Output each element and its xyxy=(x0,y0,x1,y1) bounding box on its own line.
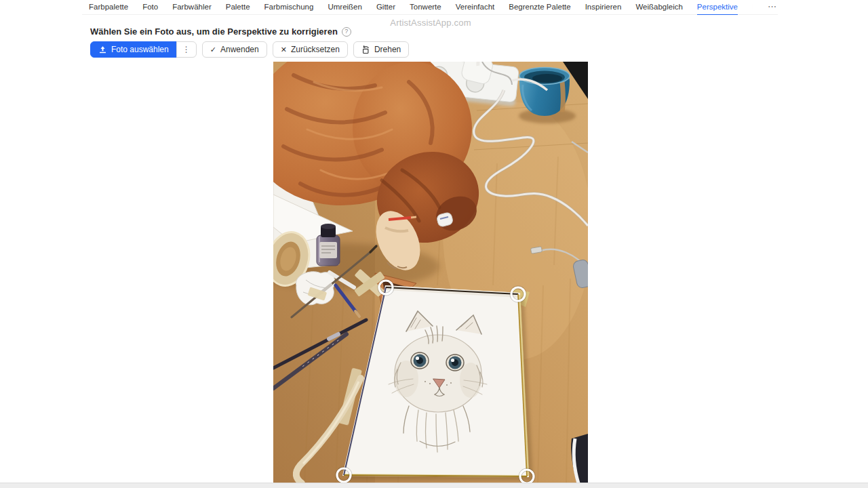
tab-gitter[interactable]: Gitter xyxy=(376,0,395,15)
tab-vereinfacht[interactable]: Vereinfacht xyxy=(456,0,495,15)
rotate-button[interactable]: Drehen xyxy=(353,41,409,58)
select-photo-label: Foto auswählen xyxy=(111,45,169,54)
tab-farbmischung[interactable]: Farbmischung xyxy=(264,0,314,15)
select-photo-split-button: Foto auswählen ⋮ xyxy=(90,41,197,58)
instruction-row: Wählen Sie ein Foto aus, um die Perspekt… xyxy=(90,26,351,37)
tab-begrenzte-palette[interactable]: Begrenzte Palette xyxy=(509,0,570,15)
apply-label: Anwenden xyxy=(220,45,259,54)
instruction-text: Wählen Sie ein Foto aus, um die Perspekt… xyxy=(90,26,338,37)
tab-farbpalette[interactable]: Farbpalette xyxy=(89,0,128,15)
horizontal-scrollbar[interactable] xyxy=(0,483,868,488)
upload-icon xyxy=(98,45,107,54)
toolbar: Foto auswählen ⋮ ✓ Anwenden ✕ Zurücksetz… xyxy=(90,41,409,58)
rotate-label: Drehen xyxy=(374,45,401,54)
close-icon: ✕ xyxy=(281,46,287,54)
photo-canvas[interactable] xyxy=(273,62,588,483)
tabs-more-button[interactable]: ⋯ xyxy=(768,0,776,14)
sketch-left-eye xyxy=(411,352,429,369)
tab-palette[interactable]: Palette xyxy=(226,0,250,15)
tab-list: FarbpaletteFotoFarbwählerPaletteFarbmisc… xyxy=(89,0,755,15)
tab-inspirieren[interactable]: Inspirieren xyxy=(585,0,622,15)
tab-foto[interactable]: Foto xyxy=(142,0,158,15)
check-icon: ✓ xyxy=(210,46,216,54)
select-photo-menu-button[interactable]: ⋮ xyxy=(176,41,197,58)
tab-bar: FarbpaletteFotoFarbwählerPaletteFarbmisc… xyxy=(82,0,778,15)
help-icon[interactable]: ? xyxy=(342,27,351,37)
reset-button[interactable]: ✕ Zurücksetzen xyxy=(273,41,348,58)
select-photo-button[interactable]: Foto auswählen xyxy=(90,41,177,58)
photo[interactable] xyxy=(273,62,588,483)
tab-perspektive[interactable]: Perspektive xyxy=(697,0,738,15)
tab-hintergrund-entfe[interactable]: Hintergrund entfe xyxy=(752,0,755,15)
apply-button[interactable]: ✓ Anwenden xyxy=(202,41,267,58)
tab-tonwerte[interactable]: Tonwerte xyxy=(410,0,441,15)
tab-umreißen[interactable]: Umreißen xyxy=(328,0,361,15)
crumpled-tissue xyxy=(296,272,335,305)
sketch-right-eye xyxy=(446,354,464,371)
tab-weißabgleich[interactable]: Weißabgleich xyxy=(635,0,682,15)
reset-label: Zurücksetzen xyxy=(291,45,340,54)
tab-farbwähler[interactable]: Farbwähler xyxy=(172,0,212,15)
rotate-icon xyxy=(361,45,370,54)
